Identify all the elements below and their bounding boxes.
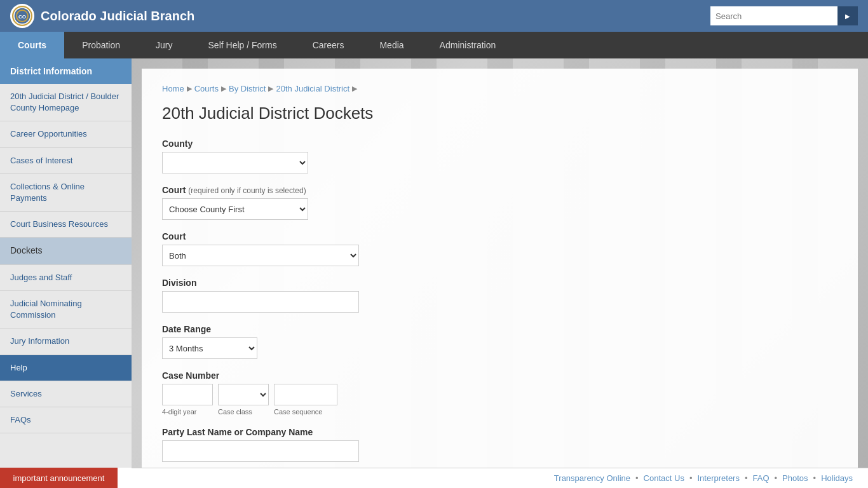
site-title: Colorado Judicial Branch: [41, 9, 194, 24]
party-name-group: Party Last Name or Company Name: [162, 427, 837, 462]
case-year-input[interactable]: [162, 384, 213, 405]
breadcrumb-by-district[interactable]: By District: [229, 84, 266, 93]
nav-courts[interactable]: Courts: [0, 32, 64, 58]
case-class-select[interactable]: CV CR: [218, 384, 269, 405]
sidebar-item-collections[interactable]: Collections & Online Payments: [0, 174, 132, 212]
division-group: Division: [162, 278, 837, 313]
breadcrumb-courts[interactable]: Courts: [194, 84, 219, 93]
court-group: Court Both Boulder County Court Boulder …: [162, 231, 837, 266]
year-label: 4-digit year: [162, 408, 213, 416]
court-select[interactable]: Both Boulder County Court Boulder Distri…: [162, 245, 359, 266]
class-label: Case class: [218, 408, 269, 416]
important-announcement-banner[interactable]: important announcement: [0, 468, 118, 488]
logo-icon: CO: [10, 4, 34, 28]
header: CO Colorado Judicial Branch: [0, 0, 868, 32]
sidebar-item-help[interactable]: Help: [0, 355, 132, 381]
sidebar-item-faqs[interactable]: FAQs: [0, 407, 132, 433]
content-panel: Home ▶ Courts ▶ By District ▶ 20th Judic…: [142, 69, 858, 468]
breadcrumb-sep3: ▶: [268, 85, 273, 93]
case-number-label: Case Number: [162, 370, 837, 381]
court-required-label: Court (required only if county is select…: [162, 185, 837, 195]
breadcrumb-sep4: ▶: [352, 85, 357, 93]
page-title: 20th Judicial District Dockets: [162, 104, 837, 123]
sidebar-item-court-business[interactable]: Court Business Resources: [0, 212, 132, 238]
breadcrumb-sep2: ▶: [221, 85, 226, 93]
county-label: County: [162, 139, 837, 149]
search-button[interactable]: [837, 6, 858, 25]
nav-media[interactable]: Media: [362, 32, 421, 58]
party-label: Party Last Name or Company Name: [162, 427, 837, 437]
footer-photos[interactable]: Photos: [777, 473, 813, 483]
date-range-group: Date Range 3 Months 1 Month 6 Months 1 Y…: [162, 324, 837, 359]
sidebar-item-services[interactable]: Services: [0, 381, 132, 407]
content-area: Home ▶ Courts ▶ By District ▶ 20th Judic…: [132, 58, 868, 468]
nav-administration[interactable]: Administration: [422, 32, 514, 58]
sidebar-header: District Information: [0, 58, 132, 84]
main-layout: District Information 20th Judicial Distr…: [0, 58, 868, 468]
court-required-group: Court (required only if county is select…: [162, 185, 837, 220]
nav-selfhelp[interactable]: Self Help / Forms: [191, 32, 295, 58]
logo-area: CO Colorado Judicial Branch: [10, 4, 194, 28]
class-field: CV CR Case class: [218, 384, 269, 416]
breadcrumb-home[interactable]: Home: [162, 84, 184, 93]
footer-transparency[interactable]: Transparency Online: [549, 473, 635, 483]
footer-faq[interactable]: FAQ: [748, 473, 775, 483]
date-range-label: Date Range: [162, 324, 837, 334]
sidebar-item-cases[interactable]: Cases of Interest: [0, 148, 132, 174]
sidebar: District Information 20th Judicial Distr…: [0, 58, 132, 468]
breadcrumb: Home ▶ Courts ▶ By District ▶ 20th Judic…: [162, 84, 837, 93]
sidebar-item-career[interactable]: Career Opportunities: [0, 121, 132, 147]
main-nav: Courts Probation Jury Self Help / Forms …: [0, 32, 868, 58]
sidebar-item-judges[interactable]: Judges and Staff: [0, 265, 132, 291]
case-number-group: Case Number 4-digit year CV CR Case clas…: [162, 370, 837, 416]
footer-contact[interactable]: Contact Us: [639, 473, 689, 483]
court-required-note: (required only if county is selected): [188, 186, 306, 195]
case-seq-input[interactable]: [274, 384, 337, 405]
division-input[interactable]: [162, 291, 359, 313]
nav-probation[interactable]: Probation: [64, 32, 138, 58]
party-name-input[interactable]: [162, 440, 359, 462]
date-range-select[interactable]: 3 Months 1 Month 6 Months 1 Year: [162, 337, 257, 359]
nav-careers[interactable]: Careers: [295, 32, 362, 58]
court-required-select[interactable]: Choose County First: [162, 198, 308, 220]
sidebar-item-jury-info[interactable]: Jury Information: [0, 329, 132, 355]
sidebar-item-homepage[interactable]: 20th Judicial District / Boulder County …: [0, 84, 132, 121]
sidebar-item-judicial-nominating[interactable]: Judicial Nominating Commission: [0, 291, 132, 329]
county-select[interactable]: Boulder: [162, 152, 308, 173]
sidebar-item-dockets[interactable]: Dockets: [0, 238, 132, 265]
breadcrumb-20th[interactable]: 20th Judicial District: [276, 84, 349, 93]
case-number-row: 4-digit year CV CR Case class Case seque…: [162, 384, 837, 416]
division-label: Division: [162, 278, 837, 288]
footer-bar: Transparency Online • Contact Us • Inter…: [132, 468, 868, 488]
seq-field: Case sequence: [274, 384, 337, 416]
court-label: Court: [162, 231, 837, 241]
county-group: County Boulder: [162, 139, 837, 173]
footer-holidays[interactable]: Holidays: [816, 473, 858, 483]
svg-text:CO: CO: [18, 14, 26, 20]
nav-jury[interactable]: Jury: [138, 32, 190, 58]
footer-interpreters[interactable]: Interpreters: [692, 473, 744, 483]
search-input[interactable]: [710, 6, 837, 25]
seq-label: Case sequence: [274, 408, 337, 416]
search-area: [710, 6, 858, 25]
year-field: 4-digit year: [162, 384, 213, 416]
breadcrumb-sep1: ▶: [187, 85, 192, 93]
